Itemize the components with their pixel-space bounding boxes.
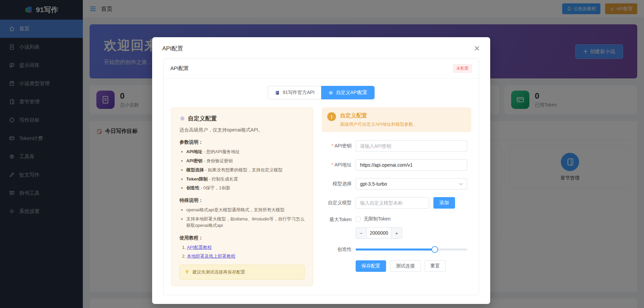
api-mode-tabs: 91写作官方API 自定义API配置	[171, 86, 471, 99]
status-badge: 未配置	[453, 64, 472, 73]
book-icon	[275, 90, 280, 95]
model-select[interactable]: gpt-3.5-turbo	[356, 178, 467, 190]
params-list: API地址 - 您的API服务地址 API密钥 - 身份验证密钥 模型选择 - …	[186, 149, 305, 191]
api-url-label: API地址	[322, 162, 356, 168]
custom-model-input[interactable]	[356, 197, 429, 209]
tab-custom-api[interactable]: 自定义API配置	[321, 86, 375, 99]
api-config-card: API配置 未配置 91写作官方API 自定义API配置	[163, 58, 479, 295]
gear-icon	[180, 116, 185, 121]
custom-model-row: 自定义模型 添加	[322, 197, 471, 209]
tip-text: 建议先测试连接再保存配置	[192, 269, 245, 275]
tab-label: 自定义API配置	[336, 90, 367, 96]
form-actions: 保存配置 测试连接 重置	[356, 260, 471, 272]
warning-icon: !	[327, 112, 336, 121]
param-item: 创造性 - 0保守，1创新	[186, 185, 305, 191]
slider-fill	[356, 248, 435, 251]
api-config-modal: API配置 ✕ API配置 未配置 91写作官方API 自定义API配置	[152, 37, 490, 304]
info-panel-header: 自定义配置	[180, 115, 305, 122]
unlimited-token-option: 无限制Token	[356, 216, 402, 222]
max-token-stepper: − 2000000 +	[356, 227, 402, 239]
test-connection-button[interactable]: 测试连接	[390, 260, 421, 272]
api-key-row: API密钥	[322, 140, 471, 152]
unlimited-token-checkbox[interactable]	[356, 217, 361, 222]
custom-model-label: 自定义模型	[322, 200, 356, 206]
api-url-row: API地址	[322, 159, 471, 171]
deploy-tutorial-link[interactable]: 本地部署及线上部署教程	[187, 254, 235, 259]
api-key-input[interactable]	[356, 140, 467, 152]
param-item: API密钥 - 身份验证密钥	[186, 158, 305, 164]
tutorial-item: API配置教程	[187, 244, 305, 251]
slider-handle[interactable]	[431, 246, 438, 253]
tutorials-list: API配置教程 本地部署及线上部署教程	[187, 244, 305, 259]
card-header: API配置 未配置	[164, 59, 479, 78]
custom-config-info-panel: 自定义配置 适合高级用户，仅支持openai格式API。 参数说明： API地址…	[171, 108, 313, 286]
card-body: 91写作官方API 自定义API配置 自定义配置 适合高级用户，仅	[164, 78, 479, 295]
creativity-slider[interactable]	[356, 246, 467, 253]
notes-list: openai格式api是大模型通用格式，支持所有大模型 支持本地部署大模型，如o…	[186, 207, 305, 229]
gear-icon	[328, 90, 333, 95]
max-token-row: 最大Token 无限制Token − 2000000 +	[322, 216, 471, 239]
notes-heading: 特殊说明：	[180, 197, 305, 204]
custom-config-alert: ! 自定义配置 高级用户可自定义API地址和模型参数。	[322, 108, 471, 132]
api-key-label: API密钥	[322, 143, 356, 149]
lightbulb-icon	[185, 269, 190, 275]
info-panel-title: 自定义配置	[188, 115, 217, 122]
card-title: API配置	[170, 65, 189, 72]
note-item: 支持本地部署大模型，如ollama、llmstudio等，自行学习怎么获取ope…	[186, 216, 305, 229]
tab-official-api[interactable]: 91写作官方API	[268, 86, 321, 99]
save-config-button[interactable]: 保存配置	[356, 260, 386, 272]
modal-header: API配置 ✕	[152, 37, 490, 58]
app-root: 91写作 首页 小说列表 提示词库 小说类型管理 章节管理	[0, 0, 644, 308]
note-item: openai格式api是大模型通用格式，支持所有大模型	[186, 207, 305, 213]
model-select-label: 模型选择	[322, 181, 356, 187]
tip-box: 建议先测试连接再保存配置	[180, 265, 305, 280]
param-item: 模型选择 - 如果没有想要的模型，支持自定义模型	[186, 167, 305, 173]
params-heading: 参数说明：	[180, 139, 305, 145]
max-token-label: 最大Token	[322, 216, 356, 223]
stepper-plus-button[interactable]: +	[391, 228, 402, 238]
param-item: Token限制 - 控制生成长度	[186, 176, 305, 183]
reset-button[interactable]: 重置	[425, 260, 446, 272]
modal-title: API配置	[162, 45, 183, 52]
max-token-value: 2000000	[367, 228, 391, 238]
api-tutorial-link[interactable]: API配置教程	[187, 245, 212, 250]
creativity-row: 创造性	[322, 246, 471, 253]
tutorials-heading: 使用教程：	[180, 235, 305, 241]
creativity-label: 创造性	[322, 246, 356, 253]
stepper-minus-button[interactable]: −	[356, 228, 367, 238]
alert-title: 自定义配置	[340, 112, 418, 119]
model-select-value: gpt-3.5-turbo	[360, 181, 387, 187]
custom-config-form: ! 自定义配置 高级用户可自定义API地址和模型参数。 API密钥 API地址	[322, 108, 471, 286]
param-item: API地址 - 您的API服务地址	[186, 149, 305, 155]
info-intro: 适合高级用户，仅支持openai格式API。	[180, 127, 305, 133]
modal-columns: 自定义配置 适合高级用户，仅支持openai格式API。 参数说明： API地址…	[171, 108, 471, 286]
add-model-button[interactable]: 添加	[433, 197, 455, 209]
tutorial-item: 本地部署及线上部署教程	[187, 253, 305, 259]
chevron-down-icon	[459, 183, 463, 185]
model-select-row: 模型选择 gpt-3.5-turbo	[322, 178, 471, 190]
tab-label: 91写作官方API	[283, 90, 314, 96]
api-url-input[interactable]	[356, 159, 467, 171]
close-icon[interactable]: ✕	[474, 45, 480, 52]
alert-subtitle: 高级用户可自定义API地址和模型参数。	[340, 121, 418, 127]
unlimited-token-label: 无限制Token	[364, 216, 390, 222]
